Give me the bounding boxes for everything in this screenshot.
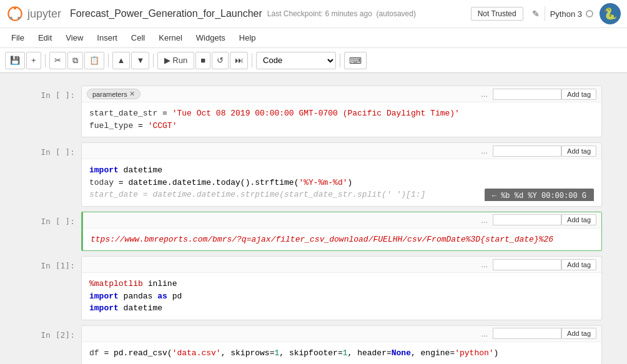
parameters-tag-close[interactable]: ✕ bbox=[129, 90, 135, 98]
jupyter-logo: jupyter bbox=[6, 5, 61, 22]
cell-5-content[interactable]: ... Add tag df = pd.read_csv('data.csv',… bbox=[81, 325, 602, 365]
menu-cell[interactable]: Cell bbox=[125, 31, 151, 45]
cell-5-prompt: In [2]: bbox=[25, 325, 81, 365]
move-up-button[interactable]: ▲ bbox=[112, 52, 131, 69]
kernel-info: Python 3 bbox=[550, 9, 593, 19]
cell-4: In [1]: ... Add tag %matplotlib inline i… bbox=[25, 256, 602, 320]
cell-5-add-tag[interactable]: Add tag bbox=[561, 328, 596, 339]
cell-3-content[interactable]: ... Add tag ttps://www.bmreports.com/bmr… bbox=[81, 212, 602, 252]
cell-5: In [2]: ... Add tag df = pd.read_csv('da… bbox=[25, 325, 602, 365]
menubar: File Edit View Insert Cell Kernel Widget… bbox=[0, 28, 627, 48]
menu-view[interactable]: View bbox=[59, 31, 89, 45]
cell-3-add-tag[interactable]: Add tag bbox=[561, 214, 596, 225]
jupyter-icon bbox=[6, 5, 24, 22]
cell-1-content[interactable]: parameters ✕ ... Add tag start_date_str … bbox=[81, 86, 602, 137]
cell-2-actions: ... Add tag bbox=[481, 145, 596, 157]
menu-help[interactable]: Help bbox=[233, 31, 262, 45]
menu-file[interactable]: File bbox=[5, 31, 31, 45]
cell-3-tag-input[interactable] bbox=[493, 214, 561, 225]
jupyter-text: jupyter bbox=[27, 7, 61, 21]
cell-2-scroll-tooltip: ← %b %d %Y 00:00:00 G bbox=[485, 189, 594, 201]
notebook-area: In [ ]: parameters ✕ ... Add tag start_d… bbox=[0, 73, 627, 364]
menu-widgets[interactable]: Widgets bbox=[190, 31, 232, 45]
move-down-button[interactable]: ▼ bbox=[131, 52, 149, 69]
stop-button[interactable]: ■ bbox=[195, 52, 210, 69]
cell-1: In [ ]: parameters ✕ ... Add tag start_d… bbox=[25, 86, 602, 137]
cell-3-actions: ... Add tag bbox=[481, 214, 596, 225]
topbar: jupyter Forecast_Power_Generation_for_La… bbox=[0, 0, 627, 28]
run-label: Run bbox=[172, 56, 187, 65]
toolbar-sep-2 bbox=[108, 54, 109, 67]
cell-type-select[interactable]: Code Markdown Raw NBConvert Heading bbox=[256, 52, 336, 69]
run-icon: ▶ bbox=[164, 56, 170, 65]
cell-1-add-tag[interactable]: Add tag bbox=[561, 89, 596, 100]
cell-1-body: start_date_str = 'Tue Oct 08 2019 00:00:… bbox=[82, 102, 601, 137]
cell-5-body: df = pd.read_csv('data.csv', skiprows=1,… bbox=[82, 342, 601, 365]
cell-4-header: ... Add tag bbox=[82, 257, 601, 273]
cell-1-tag-area: parameters ✕ bbox=[87, 89, 141, 99]
cell-1-prompt: In [ ]: bbox=[25, 86, 81, 137]
edit-icon-button[interactable]: ✎ bbox=[527, 6, 545, 21]
kernel-label: Python 3 bbox=[550, 9, 582, 19]
svg-point-3 bbox=[17, 17, 20, 19]
cut-button[interactable]: ✂ bbox=[49, 52, 66, 69]
svg-point-2 bbox=[10, 17, 12, 19]
cell-1-header: parameters ✕ ... Add tag bbox=[82, 86, 601, 102]
kernel-status-circle bbox=[586, 10, 593, 17]
keyboard-button[interactable]: ⌨ bbox=[344, 52, 367, 69]
cell-1-actions: ... Add tag bbox=[481, 89, 596, 100]
toolbar-sep-3 bbox=[153, 54, 154, 67]
save-button[interactable]: 💾 bbox=[5, 52, 25, 69]
cell-1-tag-parameters: parameters ✕ bbox=[87, 89, 141, 99]
cell-1-dots[interactable]: ... bbox=[481, 89, 488, 99]
restart-button[interactable]: ↺ bbox=[212, 52, 229, 69]
cell-4-add-tag[interactable]: Add tag bbox=[561, 259, 596, 270]
cell-5-tag-input[interactable] bbox=[493, 328, 561, 339]
cell-5-header: ... Add tag bbox=[82, 326, 601, 342]
cell-2-add-tag[interactable]: Add tag bbox=[561, 145, 596, 157]
cell-3-header: ... Add tag bbox=[83, 212, 601, 229]
cell-5-actions: ... Add tag bbox=[481, 328, 596, 339]
cell-2-content[interactable]: ... Add tag import datetime today = date… bbox=[81, 142, 602, 207]
cell-3-prompt: In [ ]: bbox=[25, 212, 81, 252]
parameters-tag-label: parameters bbox=[92, 91, 127, 98]
cell-2-dots[interactable]: ... bbox=[481, 146, 488, 155]
cell-4-content[interactable]: ... Add tag %matplotlib inline import pa… bbox=[81, 256, 602, 320]
cell-5-dots[interactable]: ... bbox=[481, 329, 488, 338]
cell-3-body: ttps://www.bmreports.com/bmrs/?q=ajax/fi… bbox=[83, 229, 601, 251]
svg-point-1 bbox=[14, 7, 16, 9]
cell-4-body: %matplotlib inline import pandas as pd i… bbox=[82, 273, 601, 320]
paste-button[interactable]: 📋 bbox=[84, 52, 104, 69]
toolbar-sep-5 bbox=[340, 54, 340, 67]
cell-2-header: ... Add tag bbox=[82, 143, 601, 159]
cell-2-body: import datetime today = datetime.datetim… bbox=[82, 159, 601, 206]
cell-1-tag-input[interactable] bbox=[493, 89, 561, 100]
menu-insert[interactable]: Insert bbox=[91, 31, 124, 45]
cell-4-actions: ... Add tag bbox=[481, 259, 596, 270]
menu-kernel[interactable]: Kernel bbox=[152, 31, 189, 45]
menu-edit[interactable]: Edit bbox=[32, 31, 58, 45]
cell-2: In [ ]: ... Add tag import datetime toda… bbox=[25, 142, 602, 207]
python-logo: 🐍 bbox=[600, 3, 621, 24]
cell-4-dots[interactable]: ... bbox=[481, 260, 488, 269]
notebook-title[interactable]: Forecast_Power_Generation_for_Launcher bbox=[70, 8, 262, 19]
restart-run-button[interactable]: ⏭ bbox=[230, 52, 248, 69]
cell-4-tag-input[interactable] bbox=[493, 259, 561, 270]
checkpoint-info: Last Checkpoint: 6 minutes ago (autosave… bbox=[267, 9, 416, 18]
trust-button[interactable]: Not Trusted bbox=[471, 7, 523, 21]
toolbar: 💾 + ✂ ⧉ 📋 ▲ ▼ ▶ Run ■ ↺ ⏭ Code Markdown … bbox=[0, 48, 627, 73]
copy-button[interactable]: ⧉ bbox=[67, 52, 83, 69]
toolbar-sep-4 bbox=[252, 54, 252, 67]
cell-4-prompt: In [1]: bbox=[25, 256, 81, 320]
cell-2-tag-input[interactable] bbox=[493, 145, 561, 157]
cell-3-dots[interactable]: ... bbox=[481, 215, 488, 225]
add-cell-button[interactable]: + bbox=[26, 52, 41, 69]
cell-2-prompt: In [ ]: bbox=[25, 142, 81, 207]
run-button[interactable]: ▶ Run bbox=[157, 52, 194, 69]
cell-3: In [ ]: ... Add tag ttps://www.bmreports… bbox=[25, 212, 602, 252]
toolbar-sep-1 bbox=[45, 54, 46, 67]
